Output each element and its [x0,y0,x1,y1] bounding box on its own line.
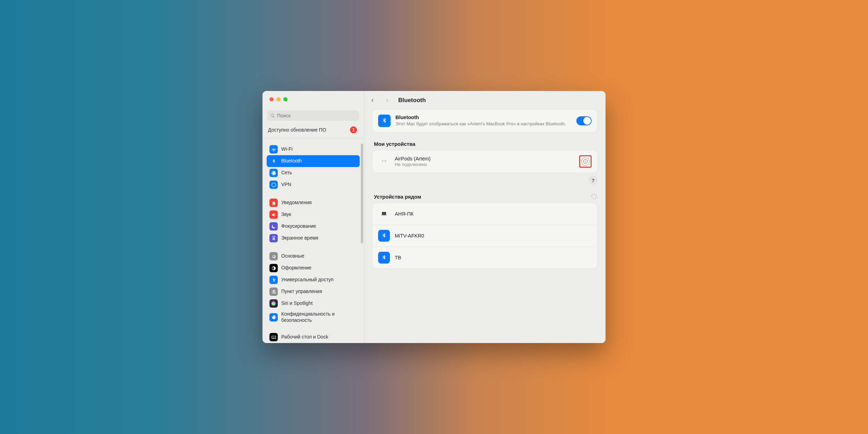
device-status: Не подключено [395,162,574,167]
sliders-icon [269,287,278,296]
sidebar-item-vpn[interactable]: VPN [267,179,360,191]
bluetooth-icon [378,115,391,127]
sidebar-item-bluetooth[interactable]: Bluetooth [267,155,360,167]
sidebar-item-label: Основные [281,253,304,259]
svg-rect-1 [383,161,383,163]
back-button[interactable] [368,95,377,105]
sidebar-item-label: Сеть [281,170,292,176]
sidebar-item-label: Конфиденциальность и безопасность [281,311,357,323]
accessibility-icon [269,276,278,284]
sidebar-item-focus[interactable]: Фокусирование [267,220,360,232]
laptop-icon [378,208,390,220]
bluetooth-icon [378,230,390,242]
titlebar: Bluetooth [364,91,606,110]
forward-button[interactable] [382,95,392,105]
device-name: ТВ [395,255,592,260]
device-row[interactable]: MiTV-AFKR0 [373,225,597,247]
vpn-icon [269,181,278,189]
settings-window: Доступно обновление ПО 1 Wi-Fi Bluetooth… [262,91,606,343]
sidebar-item-label: Пункт управления [281,289,322,295]
svg-rect-8 [381,215,387,215]
device-name: MiTV-AFKR0 [395,233,592,239]
my-devices-heading: Мои устройства [374,141,415,147]
sidebar-item-label: Оформление [281,265,311,271]
software-update-label: Доступно обновление ПО [268,127,326,133]
device-name: АНЯ-ПК [395,211,592,217]
sidebar-item-notifications[interactable]: Уведомления [267,197,360,209]
window-controls [262,91,364,106]
sidebar-item-wifi[interactable]: Wi-Fi [267,143,360,155]
sidebar-item-privacy[interactable]: Конфиденциальность и безопасность [267,309,360,325]
bell-icon [269,199,278,207]
page-title: Bluetooth [398,97,426,104]
device-info-button[interactable] [581,157,590,166]
siri-icon [269,299,278,308]
sidebar-item-label: Универсальный доступ [281,277,334,283]
main-pane: Bluetooth Bluetooth Этот Mac будет отобр… [364,91,606,343]
sidebar-item-accessibility[interactable]: Универсальный доступ [267,274,360,286]
sidebar-item-control-center[interactable]: Пункт управления [267,286,360,298]
help-button[interactable]: ? [589,176,597,184]
sidebar-item-network[interactable]: Сеть [267,167,360,179]
bluetooth-status-card: Bluetooth Этот Mac будет отображаться ка… [373,110,597,132]
sidebar-item-label: Экранное время [281,235,318,241]
svg-rect-5 [585,161,585,162]
search-input[interactable] [277,113,356,118]
sidebar-scrollbar[interactable] [361,143,363,243]
info-button-highlight [579,155,592,168]
dock-icon [269,333,278,341]
svg-rect-7 [382,212,386,215]
bluetooth-card-subtitle: Этот Mac будет отображаться как «Artem's… [395,121,571,127]
sidebar-item-label: Звук [281,211,291,218]
bluetooth-icon [378,252,390,264]
airpods-icon [378,156,390,167]
svg-rect-6 [585,160,585,161]
info-icon [583,159,588,164]
minimize-window-button[interactable] [276,97,281,101]
bluetooth-toggle[interactable] [576,116,592,125]
sidebar-item-label: Bluetooth [281,158,302,164]
appearance-icon [269,264,278,272]
device-row[interactable]: АНЯ-ПК [373,203,597,225]
sidebar-item-desktop-dock[interactable]: Рабочий стол и Dock [267,331,360,343]
device-row[interactable]: AirPods (Artem) Не подключено [373,150,597,173]
sidebar-item-general[interactable]: Основные [267,250,360,262]
sidebar-item-appearance[interactable]: Оформление [267,262,360,274]
my-devices-list: AirPods (Artem) Не подключено [373,150,597,173]
globe-icon [269,169,278,177]
search-icon [270,113,275,118]
wifi-icon [269,145,278,153]
hourglass-icon [269,234,278,242]
moon-icon [269,222,278,231]
zoom-window-button[interactable] [283,97,287,101]
sidebar: Доступно обновление ПО 1 Wi-Fi Bluetooth… [262,91,364,343]
device-row[interactable]: ТВ [373,247,597,268]
svg-rect-3 [385,161,385,163]
close-window-button[interactable] [269,97,274,101]
bluetooth-card-title: Bluetooth [395,115,571,120]
update-count-badge: 1 [350,126,357,133]
sidebar-list: Wi-Fi Bluetooth Сеть VPN [262,139,364,343]
sidebar-item-label: VPN [281,182,291,188]
sidebar-item-label: Рабочий стол и Dock [281,334,328,340]
sidebar-item-label: Siri и Spotlight [281,300,312,307]
gear-icon [269,252,278,260]
sidebar-item-label: Wi-Fi [281,146,293,152]
speaker-icon [269,210,278,219]
sidebar-item-siri[interactable]: Siri и Spotlight [267,298,360,309]
nearby-devices-heading: Устройства рядом [374,194,421,200]
sidebar-item-screentime[interactable]: Экранное время [267,232,360,244]
sidebar-item-sound[interactable]: Звук [267,209,360,220]
software-update-row[interactable]: Доступно обновление ПО 1 [262,124,364,139]
bluetooth-icon [269,157,278,165]
search-field[interactable] [267,110,359,121]
scanning-spinner-icon [591,193,597,200]
device-name: AirPods (Artem) [395,156,574,161]
nearby-devices-list: АНЯ-ПК MiTV-AFKR0 ТВ [373,203,597,268]
sidebar-item-label: Фокусирование [281,223,316,229]
hand-icon [269,313,278,322]
sidebar-item-label: Уведомления [281,200,312,206]
